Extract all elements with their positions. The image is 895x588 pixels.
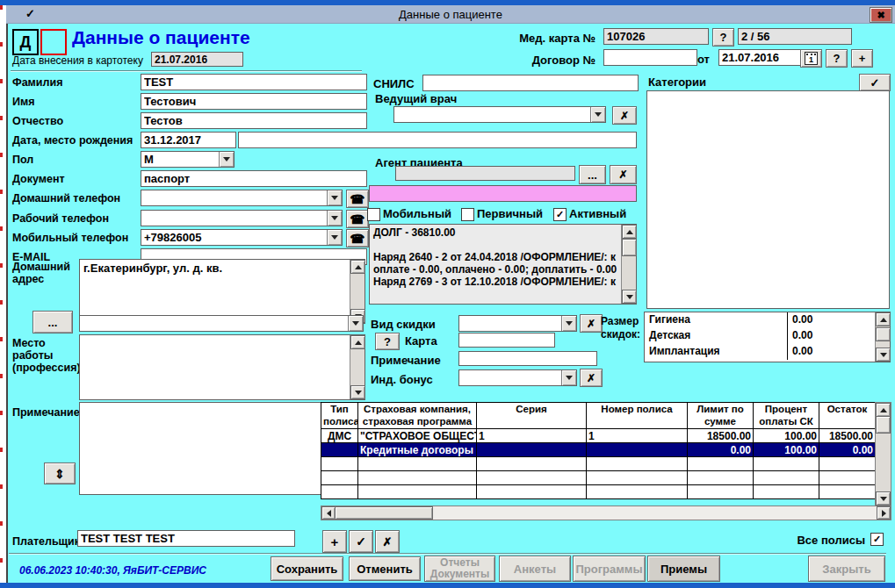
contract-add-button[interactable]: + bbox=[851, 49, 873, 68]
scroll-down-icon[interactable] bbox=[622, 290, 637, 304]
dropdown-arrow-icon[interactable] bbox=[327, 211, 342, 226]
birth-date-input[interactable] bbox=[141, 132, 236, 148]
bonus-select[interactable] bbox=[458, 369, 577, 386]
dropdown-arrow-icon[interactable] bbox=[327, 190, 342, 205]
dropdown-arrow-icon[interactable] bbox=[590, 107, 605, 122]
scroll-thumb[interactable] bbox=[876, 327, 891, 341]
policies-table[interactable]: Тип полиса Страховая компания, страховая… bbox=[321, 402, 876, 499]
save-button[interactable]: Сохранить bbox=[271, 556, 343, 581]
scroll-thumb[interactable] bbox=[622, 239, 637, 256]
document-input[interactable] bbox=[141, 170, 367, 187]
sex-select[interactable]: М bbox=[141, 151, 235, 168]
discount-scrollbar[interactable] bbox=[875, 312, 890, 362]
background-left-edge bbox=[0, 5, 8, 583]
home-phone-dial-button[interactable]: ☎ bbox=[346, 190, 369, 208]
scroll-up-icon[interactable] bbox=[876, 312, 891, 326]
cancel-button[interactable]: Отменить bbox=[349, 556, 421, 581]
contract-calendar-button[interactable]: 1 bbox=[800, 49, 822, 68]
address-classifier-select[interactable] bbox=[79, 315, 364, 332]
scroll-right-icon[interactable] bbox=[877, 506, 891, 520]
scroll-left-icon[interactable] bbox=[321, 506, 336, 520]
scroll-down-icon[interactable] bbox=[876, 348, 891, 362]
discount-type-select[interactable] bbox=[458, 315, 577, 332]
discount-size-list[interactable]: Гигиена 0.00 Детская 0.00 Имплантация 0.… bbox=[644, 312, 891, 362]
work-phone-dial-button[interactable]: ☎ bbox=[346, 210, 369, 228]
mobile-checkbox[interactable] bbox=[367, 208, 380, 221]
policy-confirm-button[interactable]: ✓ bbox=[349, 530, 373, 553]
dialog-titlebar[interactable]: ✓ Данные о пациенте ✖ bbox=[6, 5, 895, 24]
policy-row[interactable]: ДМС "СТРАХОВОЕ ОБЩЕСТ 1 1 18500.00 100.0… bbox=[321, 429, 876, 443]
scroll-thumb[interactable] bbox=[335, 506, 433, 520]
doctor-select[interactable] bbox=[393, 106, 606, 123]
from-label: от bbox=[697, 53, 710, 66]
discount-row[interactable]: Имплантация 0.00 bbox=[645, 344, 876, 360]
home-phone-select[interactable] bbox=[141, 190, 343, 206]
scroll-down-icon[interactable] bbox=[350, 385, 365, 399]
contract-help-button[interactable]: ? bbox=[826, 49, 848, 68]
categories-listbox[interactable] bbox=[646, 90, 890, 309]
payer-input[interactable] bbox=[77, 530, 295, 547]
policy-delete-button[interactable]: ✗ bbox=[375, 530, 400, 553]
expand-note-button[interactable]: ⇕ bbox=[44, 463, 76, 484]
close-button[interactable]: ✖ bbox=[870, 7, 892, 23]
active-checkbox-label: Активный bbox=[569, 207, 626, 220]
agent-picker-button[interactable]: ... bbox=[579, 165, 606, 184]
active-checkbox[interactable]: ✓ bbox=[553, 208, 567, 221]
programs-button[interactable]: Программы bbox=[573, 556, 646, 582]
all-policies-checkbox[interactable]: ✓ bbox=[870, 533, 884, 546]
discount-row[interactable]: Детская 0.00 bbox=[645, 328, 876, 344]
doctor-clear-button[interactable]: ✗ bbox=[612, 106, 637, 125]
policy-add-button[interactable]: + bbox=[322, 530, 347, 553]
discount-type-clear-button[interactable]: ✗ bbox=[580, 314, 603, 333]
policy-row-selected[interactable]: Кредитные договоры ( 0.00 100.00 0.00 bbox=[321, 443, 876, 457]
scroll-down-icon[interactable] bbox=[876, 491, 891, 506]
scroll-up-icon[interactable] bbox=[622, 225, 637, 239]
discount-note-input[interactable] bbox=[458, 351, 597, 366]
card-input[interactable] bbox=[458, 333, 555, 348]
workplace-scrollbar[interactable] bbox=[350, 335, 364, 399]
scroll-up-icon[interactable] bbox=[876, 403, 891, 417]
policies-vscrollbar[interactable] bbox=[875, 402, 891, 506]
d-badge-button[interactable]: Д bbox=[12, 29, 39, 55]
work-phone-select[interactable] bbox=[141, 210, 343, 226]
workplace-textarea[interactable] bbox=[79, 334, 365, 400]
lastname-input[interactable] bbox=[141, 74, 367, 90]
dropdown-arrow-icon[interactable] bbox=[561, 316, 576, 331]
birth-place-input[interactable] bbox=[238, 132, 637, 148]
scroll-up-icon[interactable] bbox=[350, 260, 365, 274]
debt-scrollbar[interactable] bbox=[621, 225, 636, 304]
contract-number-input[interactable] bbox=[603, 49, 697, 66]
mobile-phone-label: Мобильный телефон bbox=[12, 232, 128, 244]
snils-input[interactable] bbox=[422, 75, 639, 91]
policy-row-empty[interactable] bbox=[321, 457, 876, 471]
policy-row-empty[interactable] bbox=[321, 485, 876, 499]
scroll-thumb[interactable] bbox=[876, 416, 891, 434]
contract-date-input[interactable] bbox=[718, 49, 801, 66]
agent-clear-button[interactable]: ✗ bbox=[610, 165, 637, 184]
bonus-clear-button[interactable]: ✗ bbox=[580, 369, 603, 387]
policies-hscrollbar[interactable] bbox=[321, 506, 891, 520]
policy-row-empty[interactable] bbox=[321, 471, 876, 485]
dropdown-arrow-icon[interactable] bbox=[561, 370, 576, 385]
firstname-input[interactable] bbox=[141, 93, 367, 110]
mobile-phone-dial-button[interactable]: ☎ bbox=[346, 229, 369, 247]
visits-button[interactable]: Приемы bbox=[647, 556, 720, 582]
card-help-button[interactable]: ? bbox=[375, 333, 400, 350]
address-scrollbar[interactable] bbox=[350, 260, 364, 323]
reports-documents-button[interactable]: Отчеты Документы bbox=[424, 556, 495, 582]
scroll-up-icon[interactable] bbox=[350, 335, 365, 349]
discount-row[interactable]: Гигиена 0.00 bbox=[645, 312, 876, 328]
close-window-button[interactable]: Закрыть bbox=[808, 556, 885, 582]
categories-edit-button[interactable]: ✓ bbox=[859, 74, 891, 91]
dropdown-arrow-icon[interactable] bbox=[348, 316, 363, 331]
mobile-phone-select[interactable]: +79826005 bbox=[141, 229, 343, 246]
middlename-input[interactable] bbox=[141, 112, 367, 129]
med-card-help-button[interactable]: ? bbox=[712, 28, 734, 47]
primary-checkbox[interactable] bbox=[461, 208, 474, 221]
surveys-button[interactable]: Анкеты bbox=[499, 556, 571, 582]
photo-placeholder-box[interactable] bbox=[40, 29, 67, 55]
home-address-textarea[interactable]: г.Екатеринбург, ул. д. кв. bbox=[79, 259, 365, 324]
dropdown-arrow-icon[interactable] bbox=[219, 152, 234, 167]
address-picker-button[interactable]: ... bbox=[32, 311, 73, 333]
dropdown-arrow-icon[interactable] bbox=[327, 230, 342, 245]
